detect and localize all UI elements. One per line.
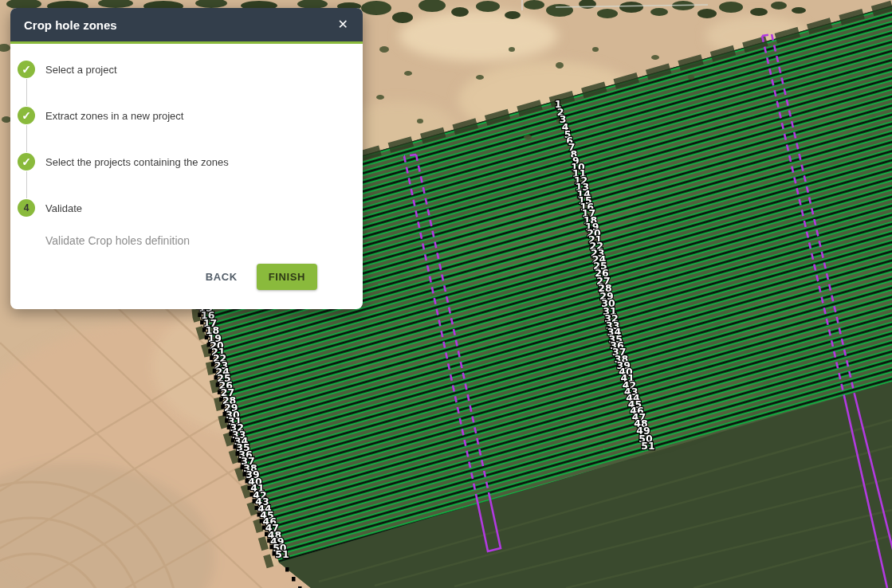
crop-hole-zones-dialog: Crop hole zones ✕ ✓ Select a project ✓ E… (10, 8, 363, 309)
close-icon[interactable]: ✕ (335, 15, 352, 34)
step-number-badge: 4 (18, 199, 35, 217)
dialog-footer: BACK FINISH (202, 264, 317, 290)
step-done-check-icon: ✓ (18, 107, 35, 124)
step-label: Validate (45, 202, 82, 214)
app-screen: 1234567891011121314151617181920212223242… (0, 0, 892, 588)
step-done-check-icon: ✓ (18, 61, 35, 78)
back-button[interactable]: BACK (202, 266, 241, 288)
svg-text:51: 51 (275, 548, 289, 560)
step-label: Select the projects containing the zones (45, 156, 229, 168)
step-done-check-icon: ✓ (18, 153, 35, 171)
dialog-title: Crop hole zones (24, 18, 335, 32)
step-extract-zones: ✓ Extract zones in a new project (18, 107, 363, 124)
dialog-header: Crop hole zones ✕ (10, 8, 363, 44)
step-label: Select a project (45, 64, 117, 76)
svg-text:51: 51 (641, 440, 654, 452)
step-validate: 4 Validate (18, 199, 363, 217)
step-select-project: ✓ Select a project (18, 61, 363, 78)
step-description: Validate Crop holes definition (45, 234, 363, 247)
step-connector-line (26, 125, 27, 152)
step-connector-line (26, 79, 27, 106)
step-select-zone-projects: ✓ Select the projects containing the zon… (18, 153, 363, 171)
step-connector-line (26, 171, 27, 198)
step-label: Extract zones in a new project (45, 110, 183, 122)
finish-button[interactable]: FINISH (257, 264, 317, 290)
wizard-steps: ✓ Select a project ✓ Extract zones in a … (10, 44, 363, 247)
